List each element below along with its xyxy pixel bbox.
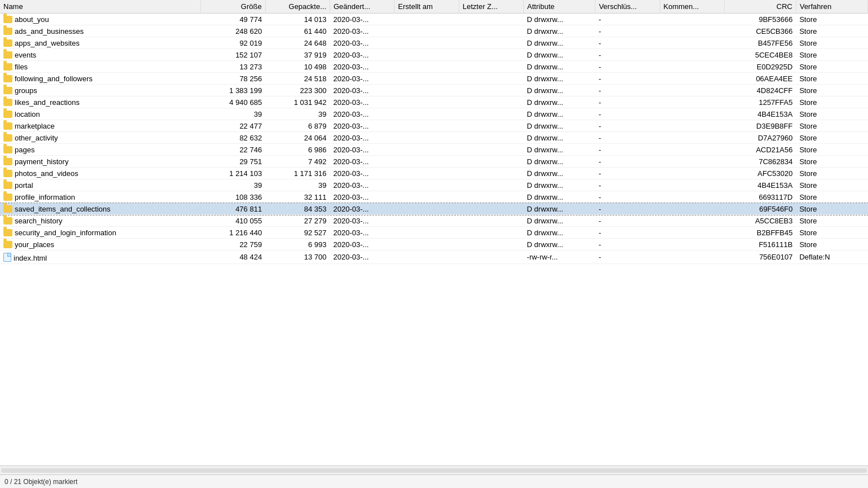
cell-packed: 223 300 [265,85,330,96]
table-row[interactable]: apps_and_websites92 01924 6482020-03-...… [0,37,868,49]
folder-icon [3,51,12,59]
cell-size: 4 940 685 [201,96,265,108]
cell-packed: 84 353 [265,203,330,215]
cell-packed: 7 492 [265,156,330,168]
folder-icon [3,229,12,236]
cell-packed: 24 064 [265,132,330,144]
cell-encrypt: - [595,73,660,85]
cell-comment [660,191,724,203]
cell-created [394,191,459,203]
cell-encrypt: - [595,250,660,264]
cell-encrypt: - [595,179,660,191]
table-row[interactable]: search_history410 05527 2792020-03-...D … [0,215,868,227]
col-header-encrypt[interactable]: Verschlüs... [595,0,660,14]
cell-attr: D drwxrw... [524,179,595,191]
file-name: security_and_login_information [15,228,116,237]
col-header-attr[interactable]: Attribute [524,0,595,14]
col-header-name[interactable]: Name [0,0,201,14]
cell-comment [660,227,724,239]
file-table-container[interactable]: Name Größe Gepackte... Geändert... Erste… [0,0,868,465]
cell-comment [660,61,724,73]
folder-icon [3,16,12,23]
cell-created [394,49,459,61]
col-header-packed[interactable]: Gepackte... [265,0,330,14]
file-name: following_and_followers [15,74,93,83]
cell-crc: D3E9B8FF [724,120,796,132]
cell-size: 152 107 [201,49,265,61]
table-row[interactable]: photos_and_videos1 214 1031 171 3162020-… [0,168,868,179]
col-header-created[interactable]: Erstellt am [394,0,459,14]
cell-modified: 2020-03-... [330,49,394,61]
table-row[interactable]: files13 27310 4982020-03-...D drwxrw...-… [0,61,868,73]
cell-method: Store [796,179,867,191]
table-row[interactable]: location39392020-03-...D drwxrw...-4B4E1… [0,108,868,120]
cell-packed: 14 013 [265,14,330,25]
col-header-crc[interactable]: CRC [724,0,796,14]
cell-crc: 4B4E153A [724,179,796,191]
table-row[interactable]: ads_and_businesses248 62061 4402020-03-.… [0,25,868,37]
table-row[interactable]: following_and_followers78 25624 5182020-… [0,73,868,85]
file-name: location [15,110,40,118]
table-row[interactable]: profile_information108 33632 1112020-03-… [0,191,868,203]
file-name: profile_information [15,193,75,201]
cell-created [394,250,459,264]
cell-packed: 32 111 [265,191,330,203]
cell-comment [660,168,724,179]
cell-accessed [459,215,523,227]
cell-modified: 2020-03-... [330,215,394,227]
cell-created [394,144,459,156]
cell-encrypt: - [595,156,660,168]
cell-modified: 2020-03-... [330,96,394,108]
cell-comment [660,108,724,120]
cell-attr: D drwxrw... [524,132,595,144]
table-row[interactable]: saved_items_and_collections476 81184 353… [0,203,868,215]
cell-name: events [0,49,201,61]
cell-encrypt: - [595,85,660,96]
table-row[interactable]: other_activity82 63224 0642020-03-...D d… [0,132,868,144]
table-row[interactable]: events152 10737 9192020-03-...D drwxrw..… [0,49,868,61]
cell-encrypt: - [595,168,660,179]
cell-crc: B2BFFB45 [724,227,796,239]
table-row[interactable]: pages22 7466 9862020-03-...D drwxrw...-A… [0,144,868,156]
col-header-method[interactable]: Verfahren [796,0,867,14]
table-row[interactable]: groups1 383 199223 3002020-03-...D drwxr… [0,85,868,96]
cell-name: files [0,61,201,73]
cell-method: Store [796,120,867,132]
col-header-comment[interactable]: Kommen... [660,0,724,14]
cell-packed: 39 [265,179,330,191]
cell-crc: ACD21A56 [724,144,796,156]
cell-size: 13 273 [201,61,265,73]
cell-name: search_history [0,215,201,227]
col-header-modified[interactable]: Geändert... [330,0,394,14]
col-header-size[interactable]: Größe [201,0,265,14]
scrollbar-track[interactable] [1,468,867,473]
cell-attr: D drwxrw... [524,156,595,168]
col-header-accessed[interactable]: Letzter Z... [459,0,523,14]
cell-crc: 756E0107 [724,250,796,264]
table-row[interactable]: likes_and_reactions4 940 6851 031 942202… [0,96,868,108]
cell-modified: 2020-03-... [330,239,394,250]
table-row[interactable]: about_you49 77414 0132020-03-...D drwxrw… [0,14,868,25]
table-row[interactable]: portal39392020-03-...D drwxrw...-4B4E153… [0,179,868,191]
cell-size: 82 632 [201,132,265,144]
table-row[interactable]: payment_history29 7517 4922020-03-...D d… [0,156,868,168]
cell-comment [660,96,724,108]
cell-modified: 2020-03-... [330,73,394,85]
table-row[interactable]: security_and_login_information1 216 4409… [0,227,868,239]
cell-method: Store [796,73,867,85]
file-name: payment_history [15,157,68,166]
cell-accessed [459,144,523,156]
cell-comment [660,73,724,85]
cell-accessed [459,85,523,96]
cell-attr: D drwxrw... [524,14,595,25]
cell-size: 39 [201,179,265,191]
cell-accessed [459,108,523,120]
file-name: marketplace [15,122,55,130]
horizontal-scrollbar[interactable] [0,465,868,474]
folder-icon [3,87,12,94]
table-row[interactable]: marketplace22 4776 8792020-03-...D drwxr… [0,120,868,132]
cell-method: Store [796,168,867,179]
table-row[interactable]: your_places22 7596 9932020-03-...D drwxr… [0,239,868,250]
table-row[interactable]: index.html48 42413 7002020-03-...-rw-rw-… [0,250,868,264]
cell-size: 22 746 [201,144,265,156]
